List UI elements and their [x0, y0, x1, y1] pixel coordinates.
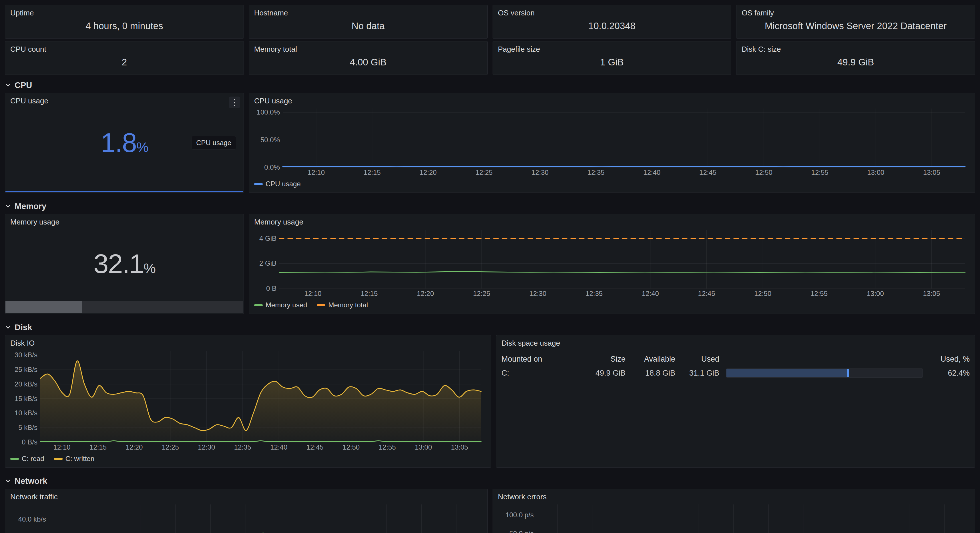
- legend-item[interactable]: C: read: [10, 455, 44, 463]
- cpu-usage-time-series[interactable]: 12:1012:1512:2012:2512:3012:3512:4012:45…: [254, 106, 970, 177]
- svg-text:12:50: 12:50: [754, 290, 771, 297]
- panel-title[interactable]: Uptime: [10, 9, 239, 17]
- table-header-row: Mounted on Size Available Used Used, %: [501, 352, 970, 366]
- section-header-memory[interactable]: Memory: [5, 201, 975, 211]
- svg-text:12:15: 12:15: [89, 443, 107, 451]
- cpu-usage-unit: %: [136, 141, 148, 154]
- panel-disk-io: Disk IO 12:1012:1512:2012:2512:3012:3512…: [5, 335, 491, 468]
- svg-text:12:25: 12:25: [162, 443, 179, 451]
- svg-text:40.0 kb/s: 40.0 kb/s: [18, 515, 46, 523]
- svg-text:10 kB/s: 10 kB/s: [14, 409, 37, 417]
- panel-memory-usage-chart: Memory usage 12:1012:1512:2012:2512:3012…: [249, 214, 975, 314]
- panel-memory-total: Memory total 4.00 GiB: [249, 41, 488, 75]
- legend-label: CPU usage: [266, 180, 301, 188]
- svg-text:15 kB/s: 15 kB/s: [14, 395, 37, 403]
- svg-text:13:00: 13:00: [415, 443, 432, 451]
- svg-text:12:35: 12:35: [587, 168, 605, 176]
- panel-network-errors: Network errors 12:1012:1512:2012:2512:30…: [493, 489, 975, 533]
- cell-used-pct: 62.4%: [930, 369, 970, 378]
- svg-text:12:10: 12:10: [54, 443, 71, 451]
- panel-title[interactable]: Network traffic: [10, 492, 482, 502]
- legend-item[interactable]: CPU usage: [254, 180, 301, 188]
- stat-value: 1 GiB: [498, 54, 726, 71]
- network-traffic-time-series[interactable]: 12:1012:1512:2012:2512:3012:3512:4012:45…: [10, 502, 482, 533]
- panel-disk-space-usage: Disk space usage Mounted on Size Availab…: [496, 335, 975, 468]
- cell-mounted-on: C:: [501, 369, 570, 378]
- svg-text:12:15: 12:15: [364, 168, 381, 176]
- panel-title[interactable]: Hostname: [254, 9, 482, 17]
- memory-usage-unit: %: [143, 262, 155, 275]
- stat-value: Microsoft Windows Server 2022 Datacenter: [741, 17, 970, 35]
- section-title: Memory: [14, 201, 46, 211]
- svg-text:13:05: 13:05: [451, 443, 468, 451]
- network-row: Network traffic 12:1012:1512:2012:2512:3…: [5, 489, 975, 533]
- legend-item[interactable]: Memory total: [317, 301, 368, 309]
- panel-cpu-usage-chart: CPU usage 12:1012:1512:2012:2512:3012:35…: [249, 93, 975, 193]
- chevron-down-icon: [5, 324, 11, 330]
- svg-text:12:45: 12:45: [699, 168, 716, 176]
- panel-title[interactable]: Memory usage: [254, 218, 970, 227]
- panel-memory-usage-gauge: Memory usage 32.1 %: [5, 214, 244, 314]
- svg-text:12:30: 12:30: [529, 290, 546, 297]
- panel-os-version: OS version 10.0.20348: [493, 5, 732, 38]
- legend-item[interactable]: Memory used: [254, 301, 307, 309]
- panel-title[interactable]: Disk IO: [10, 339, 486, 349]
- disk-io-time-series[interactable]: 12:1012:1512:2012:2512:3012:3512:4012:45…: [10, 349, 486, 452]
- column-header-used[interactable]: Used: [682, 355, 719, 363]
- section-title: Disk: [14, 323, 32, 332]
- svg-text:4 GiB: 4 GiB: [259, 235, 277, 242]
- svg-text:12:45: 12:45: [698, 290, 715, 297]
- chevron-down-icon: [5, 82, 11, 88]
- panel-uptime: Uptime 4 hours, 0 minutes: [5, 5, 244, 38]
- legend-swatch-icon: [54, 458, 63, 460]
- used-percent-gauge-marker: [847, 369, 849, 378]
- svg-text:20 kB/s: 20 kB/s: [14, 380, 37, 388]
- svg-text:25 kB/s: 25 kB/s: [14, 366, 37, 373]
- stat-value: 4.00 GiB: [254, 54, 482, 71]
- svg-text:12:40: 12:40: [643, 168, 660, 176]
- kebab-menu-icon[interactable]: ⋮: [229, 97, 240, 108]
- legend-label: C: written: [65, 455, 94, 463]
- panel-title[interactable]: Disk space usage: [501, 339, 970, 349]
- chevron-down-icon: [5, 478, 11, 484]
- svg-text:0.0%: 0.0%: [264, 163, 280, 171]
- memory-usage-time-series[interactable]: 12:1012:1512:2012:2512:3012:3512:4012:45…: [254, 227, 970, 298]
- svg-text:12:20: 12:20: [417, 290, 434, 297]
- network-errors-time-series[interactable]: 12:1012:1512:2012:2512:3012:3512:4012:45…: [498, 502, 970, 533]
- svg-text:13:05: 13:05: [923, 168, 940, 176]
- panel-title[interactable]: Network errors: [498, 492, 970, 502]
- column-header-mounted-on[interactable]: Mounted on: [501, 355, 570, 363]
- panel-title[interactable]: Memory usage: [10, 218, 239, 227]
- panel-title[interactable]: OS version: [498, 9, 726, 17]
- svg-text:12:50: 12:50: [342, 443, 360, 451]
- column-header-size[interactable]: Size: [577, 355, 625, 363]
- panel-title[interactable]: OS family: [741, 9, 970, 17]
- panel-cpu-usage-gauge: CPU usage ⋮ 1.8 % CPU usage: [5, 93, 244, 193]
- column-header-used-pct[interactable]: Used, %: [930, 355, 970, 363]
- series-label-badge: CPU usage: [191, 136, 236, 150]
- panel-title[interactable]: CPU usage: [254, 97, 970, 106]
- panel-title[interactable]: CPU count: [10, 45, 239, 54]
- chart-legend: CPU usage: [254, 177, 970, 189]
- panel-title[interactable]: Memory total: [254, 45, 482, 54]
- cpu-usage-value: 1.8: [101, 129, 136, 156]
- chart-legend: C: readC: written: [10, 452, 486, 464]
- used-percent-gauge-track: [726, 368, 923, 378]
- section-header-disk[interactable]: Disk: [5, 322, 975, 332]
- svg-text:13:05: 13:05: [923, 290, 940, 297]
- svg-text:20.0 kb/s: 20.0 kb/s: [18, 531, 46, 533]
- panel-title[interactable]: Pagefile size: [498, 45, 726, 54]
- memory-gauge-fill: [5, 301, 82, 313]
- section-header-cpu[interactable]: CPU: [5, 80, 975, 90]
- svg-text:50.0%: 50.0%: [261, 136, 280, 144]
- panel-title[interactable]: Disk C: size: [741, 45, 970, 54]
- chevron-down-icon: [5, 203, 11, 209]
- section-header-network[interactable]: Network: [5, 476, 975, 486]
- svg-text:12:25: 12:25: [473, 290, 490, 297]
- column-header-available[interactable]: Available: [632, 355, 675, 363]
- svg-text:12:30: 12:30: [198, 443, 215, 451]
- svg-text:100.0%: 100.0%: [257, 108, 280, 116]
- panel-title[interactable]: CPU usage: [10, 97, 239, 106]
- svg-text:0 B: 0 B: [266, 284, 277, 292]
- legend-item[interactable]: C: written: [54, 455, 94, 463]
